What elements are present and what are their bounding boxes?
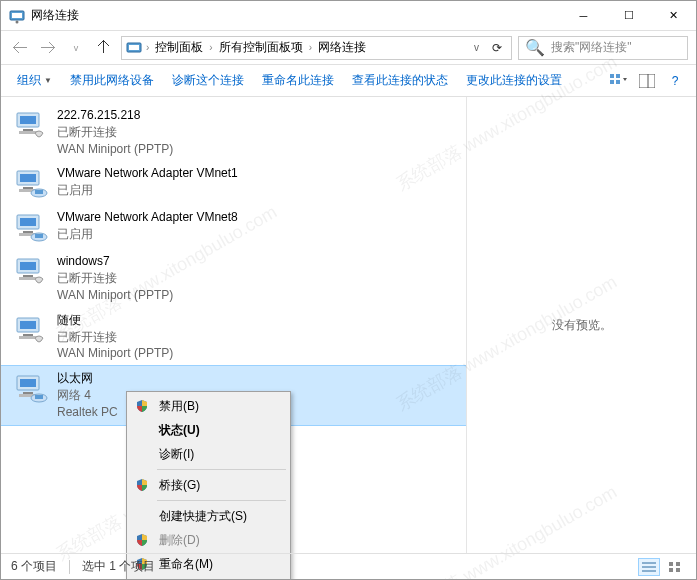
close-button[interactable]: ✕ [651,1,696,30]
preview-pane-button[interactable] [634,70,660,92]
breadcrumb-separator: › [146,42,149,53]
connection-icon [13,165,49,201]
up-button[interactable]: 🡡 [93,37,115,59]
blank-icon [133,445,151,463]
preview-pane: 没有预览。 [466,97,696,553]
connection-name: VMware Network Adapter VMnet1 [57,165,238,182]
menu-item[interactable]: 禁用(B) [129,394,288,418]
menu-item-label: 禁用(B) [159,398,199,415]
menu-separator [157,500,286,501]
menu-item[interactable]: 桥接(G) [129,473,288,497]
svg-rect-4 [129,45,139,50]
view-options-button[interactable] [606,70,632,92]
menu-item-label: 状态(U) [159,422,200,439]
connection-text: 随便 已断开连接 WAN Miniport (PPTP) [57,312,173,362]
toolbar-settings[interactable]: 更改此连接的设置 [458,68,570,93]
window-title: 网络连接 [31,7,561,24]
forward-button[interactable]: 🡢 [37,37,59,59]
svg-rect-7 [610,80,614,84]
svg-rect-8 [616,80,620,84]
svg-rect-23 [23,231,33,233]
svg-rect-34 [19,336,37,339]
connection-text: VMware Network Adapter VMnet8 已启用 [57,209,238,243]
help-button[interactable]: ? [662,70,688,92]
menu-item-label: 创建快捷方式(S) [159,508,247,525]
svg-rect-1 [12,13,22,18]
menu-item-label: 删除(D) [159,532,200,549]
connection-name: VMware Network Adapter VMnet8 [57,209,238,226]
svg-rect-45 [676,562,680,566]
search-icon: 🔍 [525,38,545,57]
toolbar-disable[interactable]: 禁用此网络设备 [62,68,162,93]
breadcrumb-separator: › [309,42,312,53]
minimize-button[interactable]: ─ [561,1,606,30]
connection-name: 随便 [57,312,173,329]
connection-status: 已启用 [57,182,238,199]
svg-rect-20 [35,190,43,194]
toolbar-rename[interactable]: 重命名此连接 [254,68,342,93]
search-placeholder: 搜索"网络连接" [551,39,632,56]
shield-icon [133,531,151,549]
search-input[interactable]: 🔍 搜索"网络连接" [518,36,688,60]
svg-rect-12 [20,116,36,124]
blank-icon [133,421,151,439]
connection-device: WAN Miniport (PPTP) [57,287,173,304]
connection-icon [13,370,49,406]
breadcrumb-item[interactable]: 所有控制面板项 [217,39,305,56]
menu-item[interactable]: 诊断(I) [129,442,288,466]
svg-rect-47 [676,568,680,572]
svg-point-2 [16,20,19,23]
toolbar-diagnose[interactable]: 诊断这个连接 [164,68,252,93]
toolbar-status[interactable]: 查看此连接的状态 [344,68,456,93]
svg-rect-30 [19,277,37,280]
menu-item-label: 诊断(I) [159,446,194,463]
connection-item[interactable]: windows7 已断开连接 WAN Miniport (PPTP) [1,249,466,307]
breadcrumb-item[interactable]: 网络连接 [316,39,368,56]
connection-item[interactable]: VMware Network Adapter VMnet8 已启用 [1,205,466,249]
details-view-button[interactable] [638,558,660,576]
svg-rect-16 [20,174,36,182]
status-separator [69,560,70,574]
svg-rect-9 [639,74,655,88]
connection-text: VMware Network Adapter VMnet1 已启用 [57,165,238,199]
menu-item[interactable]: 创建快捷方式(S) [129,504,288,528]
maximize-button[interactable]: ☐ [606,1,651,30]
svg-rect-36 [20,379,36,387]
connection-device: WAN Miniport (PPTP) [57,345,173,362]
connection-item[interactable]: 随便 已断开连接 WAN Miniport (PPTP) [1,308,466,366]
connection-text: 222.76.215.218 已断开连接 WAN Miniport (PPTP) [57,107,173,157]
address-box[interactable]: › 控制面板 › 所有控制面板项 › 网络连接 v ⟳ [121,36,512,60]
svg-rect-46 [669,568,673,572]
item-count: 6 个项目 [11,558,57,575]
content-area: 222.76.215.218 已断开连接 WAN Miniport (PPTP)… [1,97,696,553]
svg-rect-6 [616,74,620,78]
connection-icon [13,107,49,143]
refresh-button[interactable]: ⟳ [487,41,507,55]
connection-item[interactable]: VMware Network Adapter VMnet1 已启用 [1,161,466,205]
blank-icon [133,507,151,525]
connection-item[interactable]: 222.76.215.218 已断开连接 WAN Miniport (PPTP) [1,103,466,161]
shield-icon [133,397,151,415]
icons-view-button[interactable] [664,558,686,576]
svg-rect-28 [20,262,36,270]
selected-count: 选中 1 个项目 [82,558,155,575]
svg-rect-37 [23,392,33,394]
svg-rect-13 [23,129,33,131]
organize-menu[interactable]: 组织▼ [9,68,60,93]
svg-rect-33 [23,334,33,336]
history-dropdown[interactable]: v [65,37,87,59]
svg-rect-44 [669,562,673,566]
svg-rect-17 [23,187,33,189]
connection-status: 已断开连接 [57,124,173,141]
address-bar: 🡠 🡢 v 🡡 › 控制面板 › 所有控制面板项 › 网络连接 v ⟳ 🔍 搜索… [1,31,696,65]
breadcrumb-separator: › [209,42,212,53]
window-controls: ─ ☐ ✕ [561,1,696,30]
breadcrumb-item[interactable]: 控制面板 [153,39,205,56]
connection-text: 以太网 网络 4 Realtek PC [57,370,118,420]
no-preview-text: 没有预览。 [552,317,612,334]
connection-status: 网络 4 [57,387,118,404]
back-button[interactable]: 🡠 [9,37,31,59]
menu-item-label: 桥接(G) [159,477,200,494]
menu-item[interactable]: 状态(U) [129,418,288,442]
address-dropdown[interactable]: v [470,42,483,53]
